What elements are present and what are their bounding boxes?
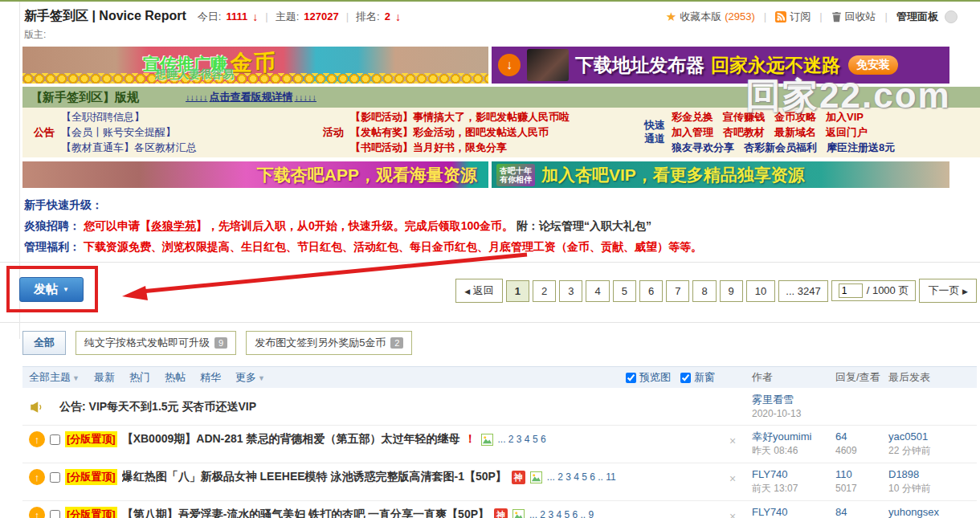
thread-title[interactable]: 【XB0009期】ADN-281 禁忌的背德相爱（第五部）太过年轻的继母 [122, 432, 460, 447]
preview-checkbox[interactable] [626, 373, 636, 383]
activity-link[interactable]: 【发帖有奖】彩金活动，图吧发帖送人民币 [350, 125, 570, 140]
author-link[interactable]: FLY740 [752, 469, 835, 480]
promo-line-recruit: 炎狼招聘： 您可以申请【炎狼学苑】，先培训后入职，从0开始，快速升级。完成后领取… [24, 215, 980, 236]
page-button-3[interactable]: 3 [559, 280, 582, 302]
filter-digest[interactable]: 精华 [200, 370, 221, 385]
app-download-banner[interactable]: 下载杏吧APP，观看海量资源 [22, 161, 488, 188]
page-button-9[interactable]: 9 [720, 280, 743, 302]
page-top-border [0, 0, 980, 2]
rules-title: 【新手签到区】版规 [31, 90, 139, 105]
filter-all-topics[interactable]: 全部主题▼ [29, 370, 80, 385]
tab-text-signin[interactable]: 纯文字按格式发帖即可升级 9 [76, 331, 236, 355]
author-link[interactable]: FLY740 [752, 507, 835, 518]
recruit-text: 您可以申请【 [84, 219, 151, 232]
promo-heading: 新手快速升级： [24, 198, 103, 211]
quick-link[interactable]: 金币攻略 [774, 110, 816, 124]
promo-coins-banner[interactable]: 宣传推广赚 金币 想睡人妻很容易 [22, 47, 488, 84]
filter-hot-posts[interactable]: 热帖 [165, 370, 186, 385]
author-link[interactable]: 幸好youmimi [752, 431, 835, 443]
announcement-title[interactable]: 公告: VIP每天不到1.5元 买杏币还送VIP [59, 400, 256, 414]
banner-text-white: 下载地址发布器 [575, 53, 704, 78]
lastpost-column-header: 最后发表 [888, 370, 977, 385]
new-window-label[interactable]: 新窗 [694, 370, 715, 385]
page-jump-input[interactable] [839, 283, 863, 298]
quick-link[interactable]: 杏彩新会员福利 [744, 141, 817, 155]
page-button-2[interactable]: 2 [533, 280, 556, 302]
thread-checkbox[interactable] [50, 434, 60, 445]
quick-link[interactable]: 摩臣注册送8元 [827, 141, 895, 155]
tab-all[interactable]: 全部 [22, 331, 66, 355]
favorite-link[interactable]: ★ 收藏本版 (2953) [666, 10, 755, 24]
pinned-icon: ↑ [29, 507, 45, 518]
next-page-button[interactable]: 下一页 ▶ [919, 279, 977, 303]
no-install-button[interactable]: 免安装 [848, 55, 898, 75]
collapse-icon[interactable] [945, 10, 958, 23]
close-preview-icon[interactable]: × [729, 469, 752, 485]
last-poster-link[interactable]: yuhongsex [888, 507, 977, 518]
announcement-link[interactable]: 【全职招聘信息】 [61, 110, 197, 124]
filter-hot[interactable]: 热门 [129, 370, 150, 385]
favorite-count: (2953) [725, 10, 755, 22]
thread-checkbox[interactable] [50, 472, 60, 483]
down-arrows-decoration: ↓↓↓↓↓ [295, 92, 317, 102]
quick-link[interactable]: 最新域名 [774, 125, 816, 140]
page-button-4[interactable]: 4 [586, 280, 609, 302]
ad-banner-row-1: 宣传推广赚 金币 想睡人妻很容易 ↓ 下载地址发布器 回家永远不迷路 免安装 [22, 47, 980, 84]
rules-detail-link[interactable]: ↓↓↓↓↓点击查看版规详情↓↓↓↓↓ [184, 90, 318, 104]
pinned-tag[interactable]: [分版置顶] [65, 507, 117, 518]
quick-link[interactable]: 加入VIP [826, 110, 864, 124]
list-header: 全部主题▼ 最新 热门 热帖 精华 更多▼ 预览图 新窗 作者 回复/查看 最后… [22, 366, 977, 388]
preview-label[interactable]: 预览图 [639, 370, 671, 385]
address-publisher-banner[interactable]: ↓ 下载地址发布器 回家永远不迷路 免安装 [492, 47, 949, 84]
thread-page-links[interactable]: ... 2 3 4 5 6 .. 9 [529, 509, 594, 518]
close-preview-icon[interactable]: × [729, 507, 752, 518]
divider [0, 322, 980, 323]
activity-link[interactable]: 【书吧活动】当月好书，限免分享 [350, 141, 570, 155]
page-button-6[interactable]: 6 [639, 280, 663, 302]
thread-page-links[interactable]: ... 2 3 4 5 6 [498, 434, 546, 445]
pinned-tag[interactable]: [分版置顶] [65, 469, 117, 485]
thread-checkbox[interactable] [50, 510, 60, 518]
thread-row: ↑ [分版置顶] 爆红热图「八」新极品女神 LEEHEE模特 泳池诱惑完整版高清… [22, 463, 977, 501]
yanlang-academy-link[interactable]: 炎狼学苑 [151, 219, 196, 232]
quick-link[interactable]: 杏吧教材 [723, 125, 765, 140]
quick-link[interactable]: 彩金兑换 [672, 110, 713, 124]
post-date: 前天 13:07 [752, 483, 835, 494]
reply-count[interactable]: 110 [835, 469, 888, 480]
page-button-8[interactable]: 8 [692, 280, 716, 302]
back-button[interactable]: ◀ 返回 [455, 279, 503, 303]
reply-count[interactable]: 64 [835, 431, 888, 443]
last-poster-link[interactable]: D1898 [888, 469, 977, 480]
thread-title[interactable]: 爆红热图「八」新极品女神 LEEHEE模特 泳池诱惑完整版高清套图-1【50P】 [122, 470, 507, 484]
admin-panel-link[interactable]: 管理面板 [896, 10, 938, 24]
announcement-link[interactable]: 【教材直通车】各区教材汇总 [61, 141, 197, 155]
close-preview-icon[interactable]: × [729, 431, 752, 447]
page-ellipsis-button[interactable]: ... 3247 [778, 280, 827, 302]
author-link[interactable]: 雾里看雪 [752, 394, 835, 406]
last-poster-link[interactable]: yac0501 [888, 431, 977, 443]
filter-latest[interactable]: 最新 [94, 370, 115, 385]
page-button-7[interactable]: 7 [666, 280, 689, 302]
new-window-checkbox[interactable] [680, 373, 691, 383]
reply-count[interactable]: 84 [835, 507, 888, 518]
thread-title[interactable]: 【第八期】吾爱浮妻-流水的骚气美妇 铁打的杏吧 一直分享一直爽【50P】 [122, 508, 489, 518]
thread-row: ↑ [分版置顶] 【第八期】吾爱浮妻-流水的骚气美妇 铁打的杏吧 一直分享一直爽… [22, 501, 977, 518]
thread-page-links[interactable]: ... 2 3 4 5 6 .. 11 [547, 471, 616, 483]
new-post-button[interactable]: 发帖 ▼ [19, 277, 84, 302]
quick-link[interactable]: 返回门户 [826, 125, 868, 140]
vip-banner[interactable]: 杏吧十年 有你相伴 加入杏吧VIP，看更多精品独享资源 [492, 161, 949, 188]
subscribe-link[interactable]: 订阅 [775, 10, 811, 24]
announcement-link[interactable]: 【会员丨账号安全提醒】 [61, 125, 197, 140]
god-badge: 神 [512, 471, 525, 484]
tab-image-signin[interactable]: 发布图文签到另外奖励5金币 2 [246, 331, 412, 355]
quick-link[interactable]: 狼友寻欢分享 [672, 141, 734, 155]
filter-more[interactable]: 更多▼ [235, 370, 265, 385]
page-button-1[interactable]: 1 [506, 280, 529, 302]
page-button-5[interactable]: 5 [613, 280, 636, 302]
quick-link[interactable]: 宣传赚钱 [723, 110, 765, 124]
activity-link[interactable]: 【影吧活动】事情搞大了，影吧发帖赚人民币啦 [350, 110, 570, 124]
quick-link[interactable]: 加入管理 [672, 125, 713, 140]
recycle-bin-link[interactable]: 回收站 [831, 10, 876, 24]
page-button-10[interactable]: 10 [746, 280, 775, 302]
pinned-tag[interactable]: [分版置顶] [65, 431, 117, 447]
